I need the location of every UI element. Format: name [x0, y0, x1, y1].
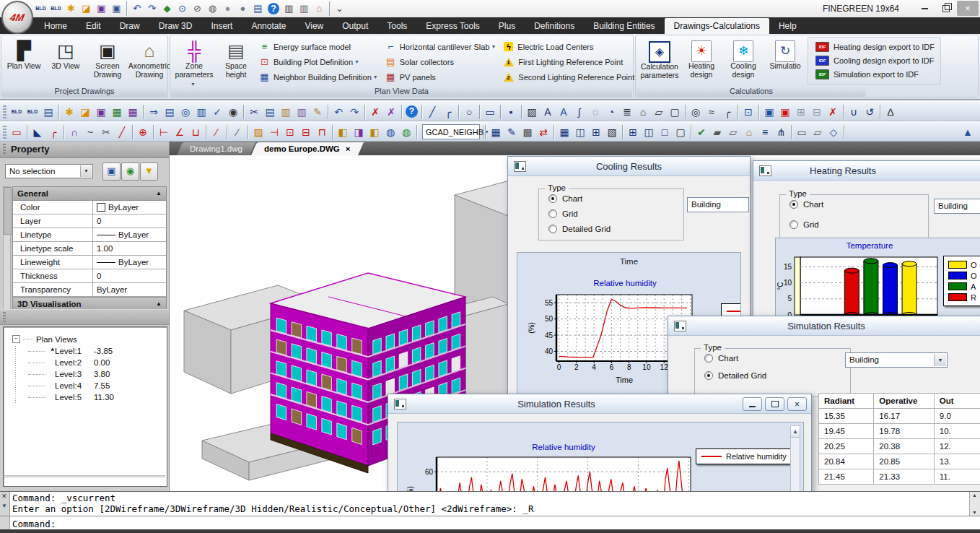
dim-break-icon[interactable]: ∕ [229, 124, 245, 140]
export-acis-icon[interactable]: ▦ [125, 104, 141, 120]
property-panel-title[interactable]: Property [0, 142, 169, 158]
document-tab-drawing1-dwg[interactable]: Drawing1.dwg [177, 142, 255, 155]
cooling-results-titlebar[interactable]: Cooling Results [508, 157, 750, 176]
mtext-icon[interactable]: A [540, 104, 556, 120]
calculation-parameters-button[interactable]: ◈Calculation parameters [639, 37, 681, 86]
ribbon-tab-home[interactable]: Home [35, 18, 76, 34]
wipeout-icon[interactable]: ▢ [667, 104, 683, 120]
region-icon[interactable]: ▱ [651, 104, 667, 120]
shade-realistic-icon[interactable]: ● [235, 1, 250, 16]
building-plan-icon[interactable]: ▰ [709, 124, 725, 140]
wall-icon[interactable]: ▦ [488, 124, 504, 140]
simulation-button[interactable]: ↻Simulatio [764, 37, 806, 86]
ribbon-tab-draw[interactable]: Draw [110, 18, 149, 34]
arc-edit-icon[interactable]: ╭ [45, 124, 61, 140]
ribbon-tab-annotate[interactable]: Annotate [242, 18, 295, 34]
dim-update-icon[interactable]: ⊟ [298, 124, 314, 140]
3d-orbit-icon[interactable]: ◆ [159, 1, 175, 16]
toolbar-grip[interactable] [3, 126, 6, 139]
donut-icon[interactable]: ◎ [688, 104, 704, 120]
osnap-loop-icon[interactable]: ∩ [66, 124, 82, 140]
building-home-icon[interactable]: ⌂ [741, 124, 757, 140]
ribbon-tab-edit[interactable]: Edit [76, 18, 110, 34]
rect-boundary-icon[interactable]: ▭ [9, 124, 25, 140]
dim-baseline-icon[interactable]: ⊔ [188, 124, 204, 140]
ribbon-tab-help[interactable]: Help [769, 18, 806, 34]
restore-button[interactable] [935, 1, 957, 16]
undo-icon[interactable]: ↶ [331, 104, 346, 120]
dim-aligned-icon[interactable]: ∠ [172, 124, 188, 140]
save-as-icon[interactable]: ▣ [109, 1, 124, 16]
new-icon[interactable]: ✱ [61, 104, 77, 120]
solar-collectors-button[interactable]: ▤Solar collectors [385, 54, 497, 69]
property-value[interactable]: 0 [93, 269, 166, 282]
simulation-radio-chart[interactable]: Chart [704, 354, 850, 363]
hatch-icon[interactable]: ▨ [524, 104, 540, 120]
building-combobox[interactable]: Building [934, 199, 980, 214]
ribbon-tab-definitions[interactable]: Definitions [525, 18, 584, 34]
window-door-icon[interactable]: ◫ [641, 124, 657, 140]
plan-view-button[interactable]: ▛Plan View [3, 37, 45, 86]
table-column-radiant[interactable]: Radiant [819, 394, 874, 409]
dim-linear-icon[interactable]: ⊢ [156, 124, 172, 140]
command-history[interactable]: Command: _vscurrent Enter an option [2DW… [12, 493, 968, 515]
layer-edit-icon[interactable]: ◨ [351, 124, 367, 140]
heating-results-titlebar[interactable]: Heating Results [753, 161, 980, 181]
table-row[interactable]: 21.4521.3311. [819, 469, 980, 485]
erase-icon[interactable]: ✗ [367, 104, 383, 120]
make-block-icon[interactable]: ⊡ [740, 104, 756, 120]
view-3d-icon[interactable]: ◇ [826, 124, 841, 140]
copy-clip-icon[interactable]: ▤ [262, 104, 278, 120]
redo-icon[interactable]: ↷ [346, 104, 362, 120]
single-text-icon[interactable]: A [556, 104, 572, 120]
dialog-close-button[interactable]: × [787, 397, 807, 411]
polygon-icon[interactable]: ⌂ [635, 104, 651, 120]
ribbon-tab-draw-3d[interactable]: Draw 3D [149, 18, 202, 34]
revision-cloud-icon[interactable]: ≈ [704, 104, 719, 120]
filter-button[interactable]: ▼ [140, 162, 158, 181]
toolbar-overflow-icon[interactable]: ⌄ [332, 1, 347, 16]
view-poly-icon[interactable]: ▱ [810, 124, 826, 140]
toolbar-up-icon[interactable]: ▲ [960, 124, 976, 140]
cooling-radio-chart[interactable]: Chart [548, 194, 683, 203]
table-row[interactable]: 20.8420.8513. [819, 454, 980, 469]
heating-design-button[interactable]: ☀Heating design [681, 37, 722, 86]
shade-hidden-icon[interactable]: ◍ [205, 1, 220, 16]
neighbor-building-definition-button[interactable]: ▦Neighbor Building Definition▼ [258, 69, 379, 84]
bld-open-icon[interactable]: BLD [48, 1, 64, 16]
cooling-radio-detailed-grid[interactable]: Detailed Grid [548, 225, 683, 233]
circle-icon[interactable]: ○ [461, 104, 477, 120]
shade-2d-wireframe-icon[interactable]: ⊘ [190, 1, 205, 16]
wall-hatch-icon[interactable]: ▩ [520, 124, 535, 140]
table-column-operative[interactable]: Operative [874, 394, 934, 409]
bld-new-icon[interactable]: BLD [9, 104, 25, 120]
dim-space-icon[interactable]: ⊣ [266, 124, 282, 140]
tree-hscrollbar[interactable] [4, 475, 165, 477]
copy-rotate-icon[interactable]: ▣ [777, 104, 793, 120]
open-drawing-icon[interactable]: ◪ [79, 1, 94, 16]
tree-item-level-4[interactable]: Level:47.55 [4, 380, 167, 391]
command-input[interactable]: Command: [12, 519, 56, 529]
print-icon[interactable]: ▤ [250, 1, 266, 16]
bld-new-icon[interactable]: BLD [33, 1, 48, 16]
undo-icon[interactable]: ↶ [129, 1, 144, 16]
ribbon-tab-building-entities[interactable]: Building Entities [584, 18, 664, 34]
tab-close-icon[interactable]: × [346, 144, 351, 153]
cut-icon[interactable]: ✂ [246, 104, 262, 120]
chevron-down-icon[interactable]: ▼ [934, 354, 946, 366]
layer-add-icon[interactable]: ◍ [398, 124, 414, 140]
layer-freeze-icon[interactable]: ◧ [367, 124, 382, 140]
point-icon[interactable]: ▪ [503, 104, 519, 120]
close-button[interactable]: × [957, 1, 979, 16]
simulation-results-titlebar[interactable]: Simulation Results × [388, 394, 811, 414]
wall-outer-icon[interactable]: ▦ [556, 124, 572, 140]
ellipse-icon[interactable]: ◌ [587, 104, 603, 120]
energy-surface-model-button[interactable]: ≡Energy surface model [258, 39, 379, 54]
door-icon[interactable]: ◫ [572, 124, 588, 140]
line-icon[interactable]: ╱ [424, 104, 440, 120]
help-icon[interactable]: ? [406, 105, 418, 118]
bld-sheet-icon[interactable]: ▤ [40, 104, 56, 120]
paste-special-icon[interactable]: ▥ [294, 104, 310, 120]
dim-edit-text-icon[interactable]: ▨ [250, 124, 266, 140]
pv-panels-button[interactable]: ▦PV panels [385, 69, 497, 84]
